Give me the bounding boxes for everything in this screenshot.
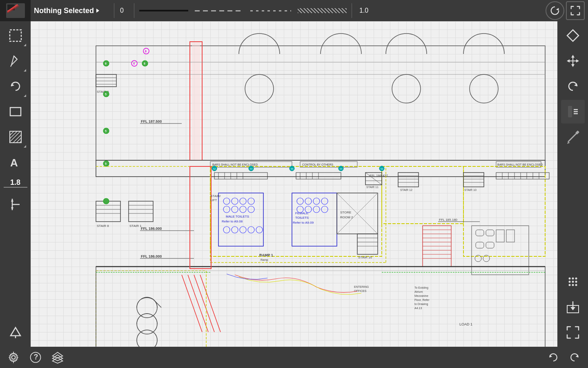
svg-point-115 xyxy=(240,227,246,233)
svg-text:ENTERING: ENTERING xyxy=(354,285,369,288)
svg-rect-145 xyxy=(129,201,153,222)
svg-point-107 xyxy=(240,198,246,204)
edit-line-button[interactable] xyxy=(561,125,585,149)
svg-marker-28 xyxy=(567,59,570,63)
rotate-cw-button[interactable] xyxy=(561,74,585,98)
svg-rect-178 xyxy=(496,230,504,242)
svg-point-111 xyxy=(240,206,246,213)
redo-button[interactable] xyxy=(565,348,584,367)
select-rect-button[interactable] xyxy=(4,24,27,47)
svg-text:4: 4 xyxy=(133,62,135,65)
navigate-up-button[interactable] xyxy=(4,321,27,344)
svg-rect-135 xyxy=(96,74,116,87)
svg-point-66 xyxy=(392,74,421,103)
pen-button[interactable] xyxy=(4,49,27,73)
svg-rect-10 xyxy=(10,108,21,116)
rectangle-button[interactable] xyxy=(4,100,27,123)
svg-marker-26 xyxy=(571,55,575,58)
separator xyxy=(114,3,114,18)
settings-button[interactable] xyxy=(4,348,23,367)
svg-text:STAIR 11: STAIR 11 xyxy=(366,186,379,188)
svg-rect-243 xyxy=(190,166,211,269)
svg-rect-62 xyxy=(192,43,200,159)
drawing-area[interactable]: BARS SHALL NOT BE ENCLOSED CONTROL BY OT… xyxy=(31,21,557,347)
svg-rect-118 xyxy=(292,193,337,246)
text-button[interactable]: A xyxy=(4,150,27,174)
snap-dots-button[interactable] xyxy=(561,270,585,294)
scale-label: 1.0 xyxy=(354,7,374,14)
rotate-reset-button[interactable] xyxy=(546,1,564,20)
svg-marker-21 xyxy=(11,199,13,202)
svg-point-114 xyxy=(232,227,238,233)
svg-point-52 xyxy=(12,356,16,359)
svg-rect-173 xyxy=(472,226,529,275)
svg-line-13 xyxy=(10,131,17,139)
panel-handle-button[interactable] xyxy=(561,100,585,123)
svg-text:Atrium: Atrium xyxy=(414,290,423,293)
svg-point-129 xyxy=(321,206,328,213)
svg-rect-77 xyxy=(463,166,545,256)
app-logo xyxy=(0,0,31,21)
corner-indicator xyxy=(24,44,26,46)
svg-point-67 xyxy=(470,74,498,103)
rotate-button[interactable] xyxy=(4,74,27,98)
separator xyxy=(134,3,134,18)
counter-field[interactable]: 0 xyxy=(116,7,132,14)
selection-text: Nothing Selected xyxy=(34,7,94,15)
svg-point-41 xyxy=(572,278,574,280)
counter-value: 0 xyxy=(120,7,124,14)
svg-text:LIFT: LIFT xyxy=(210,198,217,202)
svg-point-47 xyxy=(572,284,574,286)
dashed-line-button[interactable] xyxy=(192,3,247,18)
svg-rect-68 xyxy=(96,160,545,177)
svg-text:BARS SHALL NOT BE ENCLOSED: BARS SHALL NOT BE ENCLOSED xyxy=(212,163,258,166)
svg-text:STORE: STORE xyxy=(340,211,351,214)
svg-marker-27 xyxy=(571,64,575,67)
svg-text:FFL 187.500: FFL 187.500 xyxy=(141,119,162,123)
svg-rect-179 xyxy=(506,230,514,242)
svg-text:TOILETS: TOILETS xyxy=(295,216,309,220)
svg-marker-23 xyxy=(11,328,20,336)
svg-text:Refer to A9.08: Refer to A9.08 xyxy=(222,220,243,223)
svg-text:52: 52 xyxy=(213,168,216,170)
svg-rect-177 xyxy=(486,242,494,248)
svg-rect-33 xyxy=(568,106,572,117)
svg-point-110 xyxy=(232,206,238,213)
fullscreen-button[interactable] xyxy=(566,1,585,20)
solid-line-preview xyxy=(139,10,188,11)
right-toolbar xyxy=(557,21,588,347)
svg-point-65 xyxy=(245,74,274,103)
undo-button[interactable] xyxy=(544,348,563,367)
svg-point-203 xyxy=(103,198,109,204)
svg-point-46 xyxy=(568,284,570,286)
svg-text:Mezzanine: Mezzanine xyxy=(414,294,428,297)
export-button[interactable] xyxy=(561,295,585,319)
svg-text:6: 6 xyxy=(105,62,107,65)
svg-rect-176 xyxy=(476,242,484,248)
svg-text:STAIR/: STAIR/ xyxy=(210,194,221,198)
svg-text:ROOM 2: ROOM 2 xyxy=(340,215,353,219)
svg-text:54: 54 xyxy=(250,168,253,170)
svg-point-128 xyxy=(313,206,320,213)
svg-point-116 xyxy=(248,227,254,233)
svg-line-187 xyxy=(182,275,202,332)
fit-screen-button[interactable] xyxy=(561,321,585,344)
svg-text:MALE TOILETS: MALE TOILETS xyxy=(226,215,249,218)
layers-button[interactable] xyxy=(48,348,67,367)
help-button[interactable]: ? xyxy=(26,348,45,367)
move-button[interactable] xyxy=(561,49,585,73)
svg-text:A: A xyxy=(10,157,18,169)
zoom-value: 1.8 xyxy=(10,178,20,187)
dotted-line-button[interactable] xyxy=(247,3,294,18)
selection-label[interactable]: Nothing Selected xyxy=(31,7,112,15)
floor-plan-svg: BARS SHALL NOT BE ENCLOSED CONTROL BY OT… xyxy=(31,21,557,347)
svg-point-117 xyxy=(256,227,263,233)
dropdown-arrow-icon xyxy=(96,9,99,13)
svg-text:STAIR 12: STAIR 12 xyxy=(400,188,412,191)
solid-line-button[interactable] xyxy=(136,3,192,18)
hatch-button[interactable] xyxy=(4,125,27,149)
hatched-line-button[interactable] xyxy=(294,3,350,18)
diamond-button[interactable] xyxy=(561,24,585,47)
height-marker-button[interactable] xyxy=(4,193,27,216)
svg-rect-192 xyxy=(96,267,545,347)
